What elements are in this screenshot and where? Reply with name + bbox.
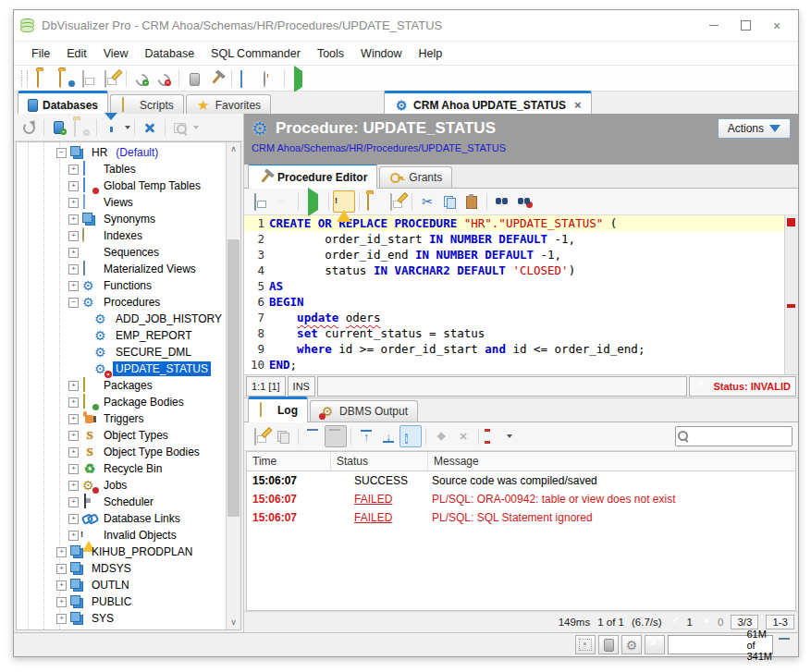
copy-log-button[interactable] <box>272 425 294 447</box>
tree-item-object-type-bodies[interactable]: +SObject Type Bodies <box>17 444 226 460</box>
clear-log-button[interactable] <box>302 425 325 447</box>
collapse-toggle-icon[interactable]: − <box>56 148 67 158</box>
tree-item-secure-dml[interactable]: ⚙SECURE_DML <box>17 344 226 360</box>
fit-rows-button[interactable] <box>483 425 505 447</box>
menu-edit[interactable]: Edit <box>58 44 95 63</box>
expand-toggle-icon[interactable]: + <box>68 214 79 225</box>
tree-refresh-button[interactable] <box>18 116 40 139</box>
tree-item-tables[interactable]: +Tables <box>17 161 226 177</box>
code-line-3[interactable]: 3 order_id_end IN NUMBER DEFAULT -1, <box>244 247 784 263</box>
tree-item-object-types[interactable]: +SObject Types <box>17 427 226 444</box>
tree-item-package-bodies[interactable]: +Package Bodies <box>17 394 226 410</box>
expand-toggle-icon[interactable]: + <box>68 181 79 191</box>
expand-toggle-icon[interactable]: + <box>68 281 79 291</box>
tree-item-label[interactable]: Procedures <box>101 295 163 310</box>
log-row[interactable]: 15:06:07FAILEDPL/SQL: SQL Statement igno… <box>247 508 795 527</box>
locate-dropdown-caret[interactable] <box>193 126 199 129</box>
tree-item-indexes[interactable]: +Indexes <box>17 227 226 244</box>
tree-item-label[interactable]: OUTLN <box>89 578 132 593</box>
tree-item-label[interactable]: KIHUB_PRODPLAN <box>89 544 195 559</box>
memory-indicator[interactable]: 61M of 341M <box>668 635 773 654</box>
clear-all-button[interactable] <box>325 425 347 447</box>
expand-toggle-icon[interactable]: + <box>68 497 79 507</box>
expand-toggle-icon[interactable]: + <box>68 531 79 541</box>
tree-item-label[interactable]: EMP_REPORT <box>113 328 194 343</box>
error-marker-line7[interactable] <box>787 304 795 308</box>
code-line-4[interactable]: 4 status IN VARCHAR2 DEFAULT 'CLOSED') <box>244 263 784 278</box>
expand-toggle-icon[interactable]: + <box>68 165 79 175</box>
filter-dropdown-caret[interactable] <box>125 126 130 129</box>
expand-toggle-icon[interactable]: + <box>68 231 79 241</box>
find-replace-button[interactable] <box>513 190 535 213</box>
tree-item-label[interactable]: ADD_JOB_HISTORY <box>113 312 225 326</box>
collapse-rows-button[interactable]: ✕ <box>452 425 474 447</box>
close-button[interactable]: × <box>761 14 793 38</box>
scroll-down-icon[interactable]: ∨ <box>227 616 240 629</box>
log-column-status[interactable]: Status <box>331 452 428 470</box>
tree-item-label[interactable]: SECURE_DML <box>113 345 194 360</box>
expand-toggle-icon[interactable]: + <box>68 414 79 424</box>
menu-database[interactable]: Database <box>137 44 203 63</box>
log-row[interactable]: 15:06:07SUCCESSSource code was compiled/… <box>247 471 795 490</box>
tree-item-add-job-history[interactable]: ⚙ADD_JOB_HISTORY <box>17 311 226 327</box>
tab-dbms-output[interactable]: ⚙ DBMS Output <box>310 400 418 422</box>
tool-properties-button[interactable] <box>205 67 227 90</box>
menu-file[interactable]: File <box>23 44 58 63</box>
expand-toggle-icon[interactable]: + <box>68 481 79 491</box>
expand-toggle-icon[interactable]: + <box>68 381 79 391</box>
tree-item-packages[interactable]: +Packages <box>17 377 226 394</box>
tab-scripts[interactable]: Scripts <box>110 94 184 116</box>
expand-toggle-icon[interactable]: + <box>68 514 79 524</box>
tree-item-label[interactable]: Indexes <box>101 228 145 243</box>
expand-toggle-icon[interactable]: + <box>68 447 79 458</box>
tree-item-hr[interactable]: −HR(Default) <box>17 144 226 161</box>
expand-all-button[interactable]: ✥ <box>430 425 452 447</box>
collapse-toggle-icon[interactable]: − <box>68 298 79 308</box>
tree-item-label[interactable]: Invalid Objects <box>101 528 179 543</box>
tree-item-label[interactable]: Views <box>101 195 136 210</box>
log-search-box[interactable] <box>675 426 793 446</box>
grid-window-button[interactable] <box>236 67 258 90</box>
tab-log[interactable]: Log <box>248 397 308 422</box>
database-server-button[interactable] <box>183 67 205 90</box>
tree-item-label[interactable]: Jobs <box>101 478 129 493</box>
save-as-button[interactable] <box>100 67 122 90</box>
log-column-message[interactable]: Message <box>428 452 795 470</box>
maximize-button[interactable] <box>730 14 761 38</box>
expand-toggle-icon[interactable]: + <box>68 431 79 441</box>
code-line-6[interactable]: 6BEGIN <box>244 294 784 310</box>
code-line-10[interactable]: 10END; <box>244 357 784 373</box>
expand-toggle-icon[interactable]: + <box>56 564 67 574</box>
tree-item-synonyms[interactable]: +Synonyms <box>17 211 226 227</box>
show-errors-toggle[interactable] <box>333 190 355 213</box>
code-line-5[interactable]: 5AS <box>244 278 784 294</box>
expand-toggle-icon[interactable]: + <box>68 264 79 275</box>
tab-object-update-status[interactable]: ⚙ CRM Ahoa UPDATE_STATUS × <box>384 91 591 116</box>
load-from-file-button[interactable] <box>363 190 386 213</box>
create-connection-button[interactable]: + <box>48 116 70 139</box>
expand-toggle-icon[interactable]: + <box>68 198 79 208</box>
tree-item-label[interactable]: Sequences <box>101 245 162 260</box>
tree-item-label[interactable]: Global Temp Tables <box>101 178 203 193</box>
expand-toggle-icon[interactable]: + <box>68 248 79 258</box>
tree-item-outln[interactable]: +OUTLN <box>17 577 226 593</box>
code-line-1[interactable]: 1CREATE OR REPLACE PROCEDURE "HR"."UPDAT… <box>244 215 784 231</box>
tree-item-mdsys[interactable]: +MDSYS <box>17 560 226 577</box>
tree-item-label[interactable]: Materialized Views <box>101 262 199 276</box>
tree-item-global-temp-tables[interactable]: +Global Temp Tables <box>17 177 226 194</box>
tree-item-emp-report[interactable]: ⚙EMP_REPORT <box>17 327 226 344</box>
tree-item-label[interactable]: Object Type Bodies <box>101 445 203 459</box>
tree-item-sequences[interactable]: +Sequences <box>17 244 226 261</box>
tree-scrollbar[interactable]: ∧ ∨ <box>226 142 240 629</box>
menu-help[interactable]: Help <box>411 44 451 63</box>
tab-procedure-editor[interactable]: Procedure Editor <box>248 163 377 189</box>
expand-toggle-icon[interactable]: + <box>56 597 67 607</box>
execute-button[interactable] <box>302 190 325 213</box>
tree-item-label[interactable]: HR <box>89 145 110 160</box>
tasks-status-button[interactable]: ⚙ <box>621 635 642 654</box>
log-search-input[interactable] <box>691 430 792 443</box>
tree-item-label[interactable]: SYS <box>89 611 117 626</box>
paste-button[interactable] <box>461 190 483 213</box>
scroll-to-bottom-button[interactable]: ↓ <box>377 425 399 447</box>
grid-status-button[interactable] <box>575 635 596 654</box>
